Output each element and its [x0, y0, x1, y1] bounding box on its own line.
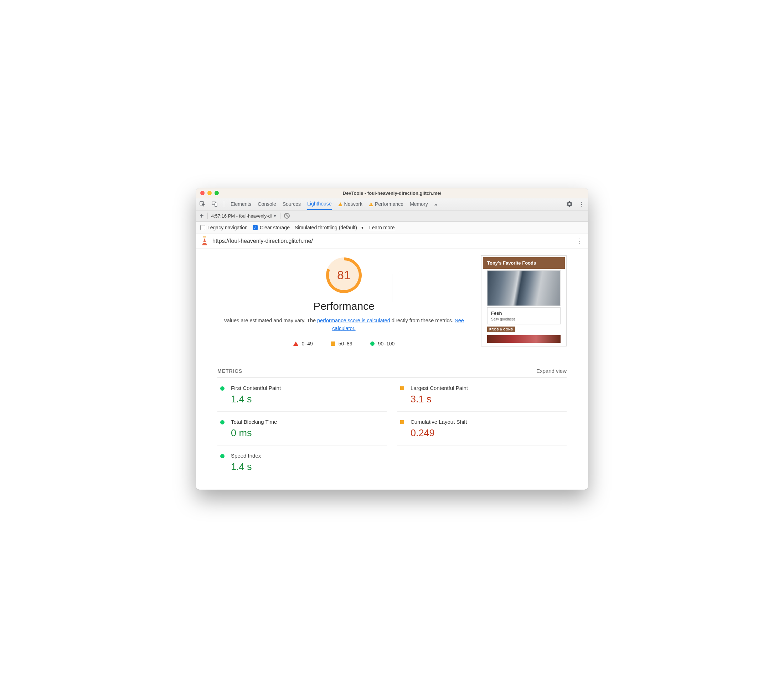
- expand-view-toggle[interactable]: Expand view: [536, 368, 567, 374]
- chevron-down-icon: ▼: [361, 226, 364, 230]
- performance-score: 81: [329, 260, 359, 290]
- metric-si[interactable]: Speed Index 1.4 s: [217, 445, 387, 479]
- tab-elements[interactable]: Elements: [231, 198, 251, 210]
- preview-card: Fesh Salty goodness: [487, 307, 561, 324]
- desc-text-2: directly from these metrics.: [390, 318, 455, 323]
- learn-more-link[interactable]: Learn more: [369, 225, 395, 230]
- chevron-down-icon: ▼: [273, 214, 277, 218]
- metric-name: Largest Contentful Paint: [410, 385, 468, 391]
- metrics-heading: METRICS: [217, 368, 242, 374]
- report-url: https://foul-heavenly-direction.glitch.m…: [212, 238, 572, 244]
- tab-memory[interactable]: Memory: [410, 198, 428, 210]
- window-title: DevTools - foul-heavenly-direction.glitc…: [196, 191, 588, 196]
- circle-green-icon: [220, 454, 224, 458]
- triangle-red-icon: [293, 342, 298, 346]
- legend-average: 50–89: [331, 341, 352, 347]
- circle-green-icon: [220, 420, 224, 425]
- warning-icon: [338, 202, 343, 206]
- lighthouse-settings-bar: Legacy navigation ✓ Clear storage Simula…: [196, 222, 588, 234]
- circle-green-icon: [370, 342, 374, 346]
- report-header: https://foul-heavenly-direction.glitch.m…: [196, 234, 588, 249]
- report-menu-icon[interactable]: ⋮: [577, 237, 583, 245]
- score-column: 81 Performance Values are estimated and …: [217, 255, 471, 347]
- report-selector-label: 4:57:16 PM - foul-heavenly-di: [211, 213, 272, 219]
- kebab-menu-icon[interactable]: ⋮: [579, 201, 584, 208]
- settings-gear-icon[interactable]: [567, 201, 572, 207]
- performance-gauge[interactable]: 81: [326, 257, 362, 293]
- throttling-selector[interactable]: Simulated throttling (default) ▼: [295, 225, 364, 230]
- metric-value: 1.4 s: [231, 394, 281, 405]
- metric-tbt[interactable]: Total Blocking Time 0 ms: [217, 412, 387, 445]
- checkbox-unchecked-icon: [200, 225, 205, 230]
- category-title: Performance: [217, 300, 471, 312]
- more-tabs-icon[interactable]: »: [435, 201, 437, 207]
- metrics-header-row: METRICS Expand view: [217, 368, 567, 378]
- legacy-nav-option[interactable]: Legacy navigation: [200, 225, 248, 230]
- tab-sources[interactable]: Sources: [283, 198, 301, 210]
- score-description: Values are estimated and may vary. The p…: [217, 317, 471, 333]
- report-selector[interactable]: 4:57:16 PM - foul-heavenly-di ▼: [211, 213, 277, 219]
- tab-lighthouse[interactable]: Lighthouse: [307, 198, 332, 210]
- tab-performance-label: Performance: [375, 201, 404, 207]
- divider: [207, 213, 208, 219]
- legend-average-label: 50–89: [338, 341, 352, 347]
- checkbox-checked-icon: ✓: [253, 225, 258, 230]
- preview-header: Tony's Favorite Foods: [483, 257, 565, 269]
- metric-fcp[interactable]: First Contentful Paint 1.4 s: [217, 378, 387, 412]
- tab-console[interactable]: Console: [258, 198, 276, 210]
- clear-icon[interactable]: [284, 213, 290, 219]
- preview-image-2: [487, 335, 561, 343]
- throttling-label: Simulated throttling (default): [295, 225, 357, 230]
- desc-text-1: Values are estimated and may vary. The: [224, 318, 317, 323]
- divider: [224, 201, 224, 207]
- devtools-window: DevTools - foul-heavenly-direction.glitc…: [196, 188, 588, 490]
- metric-value: 3.1 s: [410, 394, 468, 405]
- legend-pass: 90–100: [370, 341, 395, 347]
- lighthouse-toolbar: + 4:57:16 PM - foul-heavenly-di ▼: [196, 210, 588, 222]
- svg-rect-2: [215, 203, 217, 207]
- metrics-section: METRICS Expand view First Contentful Pai…: [196, 350, 588, 490]
- divider: [280, 213, 281, 219]
- page-screenshot-preview: Tony's Favorite Foods Fesh Salty goodnes…: [481, 255, 567, 347]
- preview-card-title: Fesh: [491, 311, 556, 316]
- square-orange-icon: [331, 342, 335, 346]
- score-legend: 0–49 50–89 90–100: [217, 341, 471, 347]
- preview-card-subtitle: Salty goodness: [491, 317, 556, 321]
- metric-value: 0 ms: [231, 428, 277, 439]
- legend-fail-label: 0–49: [302, 341, 313, 347]
- warning-icon: [369, 202, 373, 206]
- close-window-button[interactable]: [200, 191, 204, 195]
- tab-network[interactable]: Network: [338, 198, 362, 210]
- metric-value: 0.249: [410, 428, 467, 439]
- lighthouse-icon: [201, 237, 208, 245]
- legend-pass-label: 90–100: [378, 341, 395, 347]
- legacy-nav-label: Legacy navigation: [207, 225, 248, 230]
- score-calc-link[interactable]: performance score is calculated: [317, 318, 390, 323]
- maximize-window-button[interactable]: [215, 191, 219, 195]
- minimize-window-button[interactable]: [207, 191, 212, 195]
- metric-cls[interactable]: Cumulative Layout Shift 0.249: [397, 412, 567, 445]
- new-report-button[interactable]: +: [200, 212, 204, 219]
- clear-storage-label: Clear storage: [260, 225, 290, 230]
- metric-name: First Contentful Paint: [231, 385, 281, 391]
- tab-network-label: Network: [344, 201, 362, 207]
- legend-fail: 0–49: [293, 341, 313, 347]
- metrics-grid: First Contentful Paint 1.4 s Largest Con…: [217, 378, 567, 479]
- metric-name: Total Blocking Time: [231, 419, 277, 425]
- report-summary: 81 Performance Values are estimated and …: [196, 249, 588, 350]
- preview-image: [487, 270, 561, 306]
- square-orange-icon: [400, 420, 404, 424]
- metric-name: Speed Index: [231, 453, 261, 459]
- square-orange-icon: [400, 386, 404, 390]
- traffic-lights: [200, 191, 219, 195]
- circle-green-icon: [220, 386, 224, 390]
- tab-performance[interactable]: Performance: [369, 198, 404, 210]
- metric-value: 1.4 s: [231, 462, 261, 473]
- inspect-element-icon[interactable]: [200, 201, 205, 207]
- device-toolbar-icon[interactable]: [212, 201, 217, 207]
- preview-button: PROS & CONS: [487, 327, 515, 332]
- metric-name: Cumulative Layout Shift: [410, 419, 467, 425]
- titlebar: DevTools - foul-heavenly-direction.glitc…: [196, 188, 588, 198]
- clear-storage-option[interactable]: ✓ Clear storage: [253, 225, 290, 230]
- metric-lcp[interactable]: Largest Contentful Paint 3.1 s: [397, 378, 567, 412]
